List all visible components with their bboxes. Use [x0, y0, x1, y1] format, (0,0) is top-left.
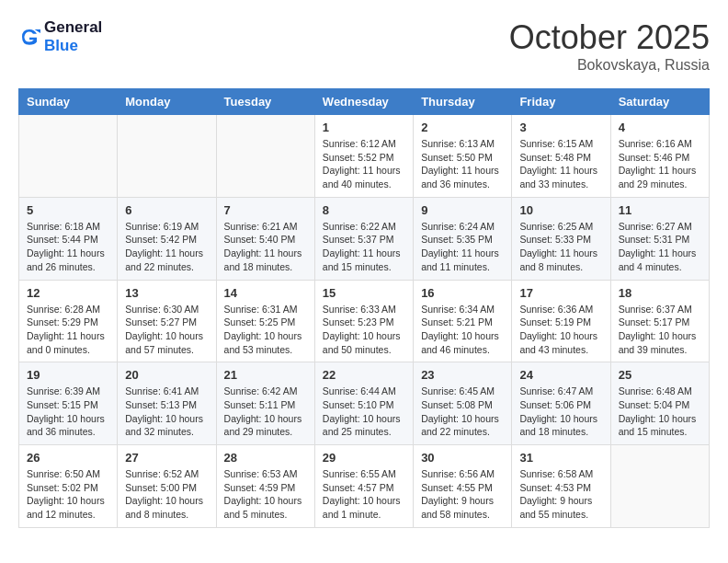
calendar-cell: 1Sunrise: 6:12 AMSunset: 5:52 PMDaylight…: [314, 115, 413, 198]
calendar-cell: 21Sunrise: 6:42 AMSunset: 5:11 PMDayligh…: [216, 362, 314, 445]
calendar-cell: 11Sunrise: 6:27 AMSunset: 5:31 PMDayligh…: [610, 197, 709, 280]
logo-icon: [18, 26, 40, 48]
day-info: Sunrise: 6:12 AMSunset: 5:52 PMDaylight:…: [323, 137, 405, 191]
day-info: Sunrise: 6:13 AMSunset: 5:50 PMDaylight:…: [421, 137, 504, 191]
calendar-table: Sunday Monday Tuesday Wednesday Thursday…: [18, 88, 710, 528]
day-info: Sunrise: 6:33 AMSunset: 5:23 PMDaylight:…: [323, 303, 405, 357]
day-number: 15: [323, 286, 405, 300]
calendar-cell: 12Sunrise: 6:28 AMSunset: 5:29 PMDayligh…: [19, 280, 118, 362]
day-info: Sunrise: 6:55 AMSunset: 4:57 PMDaylight:…: [323, 467, 405, 522]
calendar-cell: 29Sunrise: 6:55 AMSunset: 4:57 PMDayligh…: [314, 445, 413, 528]
calendar-cell: 8Sunrise: 6:22 AMSunset: 5:37 PMDaylight…: [314, 197, 413, 280]
calendar-cell: [118, 115, 216, 198]
calendar-cell: 18Sunrise: 6:37 AMSunset: 5:17 PMDayligh…: [610, 280, 709, 362]
day-number: 30: [421, 451, 504, 465]
col-sunday: Sunday: [19, 89, 118, 115]
calendar-cell: 20Sunrise: 6:41 AMSunset: 5:13 PMDayligh…: [118, 362, 216, 445]
day-number: 5: [27, 203, 109, 217]
day-number: 20: [125, 368, 208, 382]
day-info: Sunrise: 6:16 AMSunset: 5:46 PMDaylight:…: [619, 137, 701, 191]
day-number: 7: [224, 203, 307, 217]
day-info: Sunrise: 6:36 AMSunset: 5:19 PMDaylight:…: [519, 303, 602, 357]
day-info: Sunrise: 6:28 AMSunset: 5:29 PMDaylight:…: [27, 303, 109, 357]
day-number: 22: [323, 368, 405, 382]
col-wednesday: Wednesday: [314, 89, 413, 115]
day-info: Sunrise: 6:37 AMSunset: 5:17 PMDaylight:…: [619, 303, 701, 357]
day-info: Sunrise: 6:21 AMSunset: 5:40 PMDaylight:…: [224, 220, 307, 274]
day-number: 19: [27, 368, 109, 382]
day-number: 26: [27, 451, 109, 465]
calendar-cell: 28Sunrise: 6:53 AMSunset: 4:59 PMDayligh…: [216, 445, 314, 528]
calendar-cell: [216, 115, 314, 198]
day-number: 25: [619, 368, 701, 382]
day-info: Sunrise: 6:56 AMSunset: 4:55 PMDaylight:…: [421, 467, 504, 522]
day-number: 6: [125, 203, 208, 217]
day-info: Sunrise: 6:50 AMSunset: 5:02 PMDaylight:…: [27, 467, 109, 522]
calendar-cell: 26Sunrise: 6:50 AMSunset: 5:02 PMDayligh…: [19, 445, 118, 528]
calendar-cell: 25Sunrise: 6:48 AMSunset: 5:04 PMDayligh…: [610, 362, 709, 445]
day-info: Sunrise: 6:19 AMSunset: 5:42 PMDaylight:…: [125, 220, 208, 274]
day-number: 11: [619, 203, 701, 217]
calendar-cell: 17Sunrise: 6:36 AMSunset: 5:19 PMDayligh…: [512, 280, 610, 362]
day-number: 24: [519, 368, 602, 382]
day-number: 13: [125, 286, 208, 300]
calendar-header-row: Sunday Monday Tuesday Wednesday Thursday…: [19, 89, 710, 115]
calendar-cell: 3Sunrise: 6:15 AMSunset: 5:48 PMDaylight…: [512, 115, 610, 198]
day-info: Sunrise: 6:24 AMSunset: 5:35 PMDaylight:…: [421, 220, 504, 274]
calendar-cell: 22Sunrise: 6:44 AMSunset: 5:10 PMDayligh…: [314, 362, 413, 445]
day-info: Sunrise: 6:58 AMSunset: 4:53 PMDaylight:…: [519, 467, 602, 522]
col-saturday: Saturday: [610, 89, 709, 115]
calendar-cell: [610, 445, 709, 528]
day-number: 29: [323, 451, 405, 465]
day-info: Sunrise: 6:27 AMSunset: 5:31 PMDaylight:…: [619, 220, 701, 274]
calendar-cell: 30Sunrise: 6:56 AMSunset: 4:55 PMDayligh…: [414, 445, 512, 528]
calendar-cell: 4Sunrise: 6:16 AMSunset: 5:46 PMDaylight…: [610, 115, 709, 198]
calendar-cell: 15Sunrise: 6:33 AMSunset: 5:23 PMDayligh…: [314, 280, 413, 362]
day-number: 21: [224, 368, 307, 382]
col-thursday: Thursday: [414, 89, 512, 115]
calendar-cell: 16Sunrise: 6:34 AMSunset: 5:21 PMDayligh…: [414, 280, 512, 362]
calendar-cell: 2Sunrise: 6:13 AMSunset: 5:50 PMDaylight…: [414, 115, 512, 198]
day-number: 31: [519, 451, 602, 465]
logo: General Blue: [18, 18, 102, 55]
calendar-cell: 31Sunrise: 6:58 AMSunset: 4:53 PMDayligh…: [512, 445, 610, 528]
col-monday: Monday: [118, 89, 216, 115]
calendar-cell: 27Sunrise: 6:52 AMSunset: 5:00 PMDayligh…: [118, 445, 216, 528]
col-tuesday: Tuesday: [216, 89, 314, 115]
day-number: 4: [619, 121, 701, 134]
month-title: October 2025: [509, 18, 710, 57]
calendar-cell: 9Sunrise: 6:24 AMSunset: 5:35 PMDaylight…: [414, 197, 512, 280]
day-info: Sunrise: 6:25 AMSunset: 5:33 PMDaylight:…: [519, 220, 602, 274]
day-number: 23: [421, 368, 504, 382]
logo-text: General Blue: [44, 18, 102, 55]
day-info: Sunrise: 6:42 AMSunset: 5:11 PMDaylight:…: [224, 385, 307, 439]
day-info: Sunrise: 6:34 AMSunset: 5:21 PMDaylight:…: [421, 303, 504, 357]
day-number: 9: [421, 203, 504, 217]
day-info: Sunrise: 6:22 AMSunset: 5:37 PMDaylight:…: [323, 220, 405, 274]
day-number: 16: [421, 286, 504, 300]
day-number: 12: [27, 286, 109, 300]
calendar-cell: 13Sunrise: 6:30 AMSunset: 5:27 PMDayligh…: [118, 280, 216, 362]
day-info: Sunrise: 6:31 AMSunset: 5:25 PMDaylight:…: [224, 303, 307, 357]
day-info: Sunrise: 6:47 AMSunset: 5:06 PMDaylight:…: [519, 385, 602, 439]
calendar-week-3: 19Sunrise: 6:39 AMSunset: 5:15 PMDayligh…: [19, 362, 710, 445]
calendar-cell: 14Sunrise: 6:31 AMSunset: 5:25 PMDayligh…: [216, 280, 314, 362]
day-info: Sunrise: 6:44 AMSunset: 5:10 PMDaylight:…: [323, 385, 405, 439]
day-info: Sunrise: 6:53 AMSunset: 4:59 PMDaylight:…: [224, 467, 307, 522]
day-info: Sunrise: 6:18 AMSunset: 5:44 PMDaylight:…: [27, 220, 109, 274]
day-info: Sunrise: 6:15 AMSunset: 5:48 PMDaylight:…: [519, 137, 602, 191]
calendar-cell: 23Sunrise: 6:45 AMSunset: 5:08 PMDayligh…: [414, 362, 512, 445]
day-number: 18: [619, 286, 701, 300]
calendar-week-1: 5Sunrise: 6:18 AMSunset: 5:44 PMDaylight…: [19, 197, 710, 280]
calendar-cell: 5Sunrise: 6:18 AMSunset: 5:44 PMDaylight…: [19, 197, 118, 280]
location: Bokovskaya, Russia: [509, 57, 710, 74]
day-info: Sunrise: 6:45 AMSunset: 5:08 PMDaylight:…: [421, 385, 504, 439]
calendar-cell: 10Sunrise: 6:25 AMSunset: 5:33 PMDayligh…: [512, 197, 610, 280]
day-number: 27: [125, 451, 208, 465]
day-info: Sunrise: 6:30 AMSunset: 5:27 PMDaylight:…: [125, 303, 208, 357]
calendar-week-2: 12Sunrise: 6:28 AMSunset: 5:29 PMDayligh…: [19, 280, 710, 362]
day-number: 3: [519, 121, 602, 134]
calendar-cell: 19Sunrise: 6:39 AMSunset: 5:15 PMDayligh…: [19, 362, 118, 445]
day-number: 1: [323, 121, 405, 134]
day-number: 14: [224, 286, 307, 300]
